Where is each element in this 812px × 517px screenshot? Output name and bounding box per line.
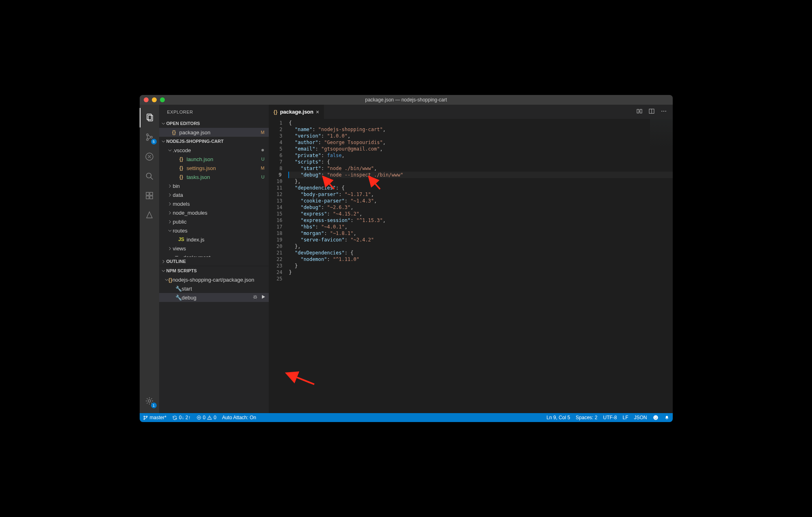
folder-row[interactable]: public [159,217,269,226]
code-editor[interactable]: 1234567891011121314151617181920212223242… [269,119,673,413]
svg-point-2 [146,134,148,136]
chevron-icon [167,247,173,250]
status-bell[interactable] [664,415,669,420]
chevron-icon [167,229,173,233]
file-row[interactable]: {}tasks.jsonU [159,172,269,181]
activity-settings[interactable]: 1 [140,391,159,411]
activity-debug[interactable] [140,147,159,166]
npm-script-label: debug [182,295,197,301]
tree-label: node_modules [173,210,207,216]
tree-label: bin [173,183,180,189]
titlebar[interactable]: package.json — nodejs-shopping-cart [140,95,673,105]
folder-row[interactable]: models [159,199,269,208]
more-icon[interactable] [661,108,667,116]
section-workspace[interactable]: NODEJS-SHOPPING-CART [159,137,269,146]
svg-point-16 [661,110,662,111]
maximize-window[interactable] [160,97,165,102]
activity-extensions[interactable] [140,186,159,205]
run-icon[interactable] [261,294,266,301]
settings-badge: 1 [151,403,157,408]
js-icon: JS [178,237,185,242]
npm-script-start[interactable]: 🔧 start [159,284,269,293]
scm-badge: 5 [151,139,157,144]
npm-script-debug[interactable]: 🔧 debug [159,293,269,302]
chevron-icon [167,202,173,206]
code-content[interactable]: { "name": "nodejs-shopping-cart", "versi… [289,119,673,413]
npm-script-actions [253,294,266,301]
svg-point-18 [665,110,666,111]
activity-azure[interactable] [140,205,159,225]
braces-icon: {} [171,129,178,135]
status-branch[interactable]: master* [143,415,166,420]
tabs: {} package.json × [269,105,673,119]
braces-icon: {} [274,109,278,115]
file-status: M [261,166,264,170]
file-icon: ≣ [173,254,180,257]
npm-scripts-header[interactable]: NPM SCRIPTS [159,266,269,275]
status-language[interactable]: JSON [634,415,647,420]
folder-row[interactable]: node_modules [159,208,269,217]
folder-row[interactable]: bin [159,181,269,190]
file-row[interactable]: ≣.deployment [159,253,269,257]
svg-point-23 [653,415,658,420]
workspace-title: NODEJS-SHOPPING-CART [166,139,224,144]
open-editor-item[interactable]: {} package.json M [159,128,269,137]
file-status: U [261,174,265,179]
section-outline[interactable]: OUTLINE [159,257,269,266]
file-row[interactable]: JSindex.js [159,235,269,244]
activity-scm[interactable]: 5 [140,127,159,147]
tree-label: data [173,192,183,198]
svg-point-20 [143,418,145,420]
activity-search[interactable] [140,166,159,186]
status-feedback[interactable] [653,415,659,420]
file-row[interactable]: {}settings.jsonM [159,164,269,172]
folder-row[interactable]: views [159,244,269,253]
outline-title: OUTLINE [166,259,186,264]
status-eol[interactable]: LF [622,415,628,420]
tab-package-json[interactable]: {} package.json × [269,105,324,119]
wrench-icon: 🔧 [175,295,182,301]
compare-icon[interactable] [636,108,643,116]
branch-label: master* [150,415,166,420]
debug-icon[interactable] [253,294,258,301]
sync-label: 0↓ 2↑ [179,415,191,420]
tree-label: .deployment [182,254,211,257]
npm-package-row[interactable]: {} nodejs-shopping-cart/package.json [159,275,269,284]
vscode-window: package.json — nodejs-shopping-cart 5 [140,95,673,422]
folder-row[interactable]: .vscode [159,146,269,155]
activity-explorer[interactable] [140,108,159,127]
svg-rect-8 [146,196,149,199]
npm-scripts-title: NPM SCRIPTS [166,268,197,273]
status-sync[interactable]: 0↓ 2↑ [172,415,191,420]
chevron-icon [167,184,173,188]
file-row[interactable]: {}launch.jsonU [159,155,269,164]
section-npm-scripts: NPM SCRIPTS {} nodejs-shopping-cart/pack… [159,266,269,302]
chevron-icon [167,211,173,215]
status-spaces[interactable]: Spaces: 2 [576,415,597,420]
tree-label: .vscode [173,147,191,153]
minimize-window[interactable] [152,97,157,102]
section-open-editors[interactable]: OPEN EDITORS [159,119,269,128]
tree-label: tasks.json [187,174,210,180]
tree-label: routes [173,228,188,234]
file-tree: .vscode{}launch.jsonU{}settings.jsonM{}t… [159,146,269,257]
svg-point-3 [146,139,148,140]
braces-icon: {} [178,156,185,162]
folder-row[interactable]: data [159,190,269,199]
status-encoding[interactable]: UTF-8 [603,415,617,420]
minimap[interactable] [650,119,673,147]
folder-row[interactable]: routes [159,226,269,235]
split-icon[interactable] [648,108,655,116]
sidebar-title: EXPLORER [159,105,269,119]
sidebar: EXPLORER OPEN EDITORS {} package.json M … [159,105,269,413]
status-ln-col[interactable]: Ln 9, Col 5 [546,415,570,420]
close-icon[interactable]: × [316,109,319,115]
svg-rect-0 [147,114,151,120]
close-window[interactable] [144,97,149,102]
status-autoattach[interactable]: Auto Attach: On [222,415,256,420]
svg-point-17 [663,110,664,111]
workbench-body: 5 1 EXPLORER OPEN EDITORS [140,105,673,413]
chevron-icon [167,193,173,197]
status-problems[interactable]: 0 0 [197,415,216,420]
tree-label: launch.json [187,156,214,162]
